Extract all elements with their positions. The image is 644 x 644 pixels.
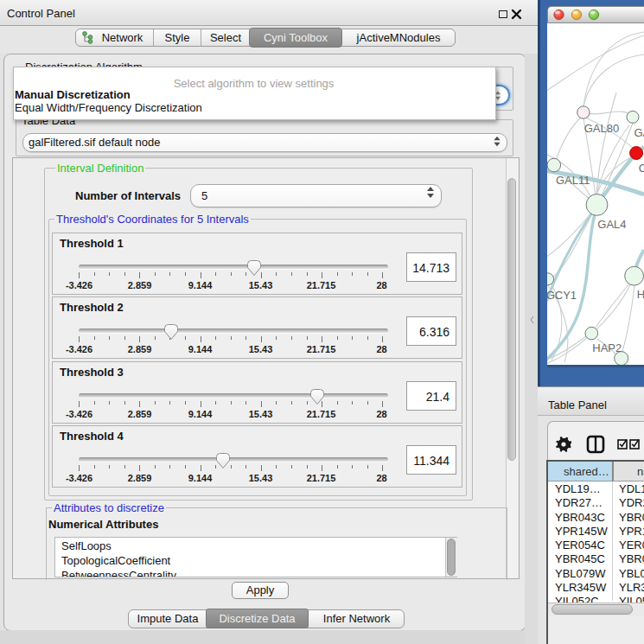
svg-text:HAP2: HAP2 — [592, 341, 622, 354]
svg-text:C: C — [639, 162, 644, 175]
svg-text:GCY1: GCY1 — [547, 289, 577, 302]
svg-text:H: H — [637, 288, 644, 301]
svg-text:GA: GA — [634, 126, 644, 139]
svg-text:GAL4: GAL4 — [597, 218, 626, 231]
svg-text:GAL11: GAL11 — [556, 174, 590, 187]
svg-text:GAL80: GAL80 — [584, 122, 619, 135]
